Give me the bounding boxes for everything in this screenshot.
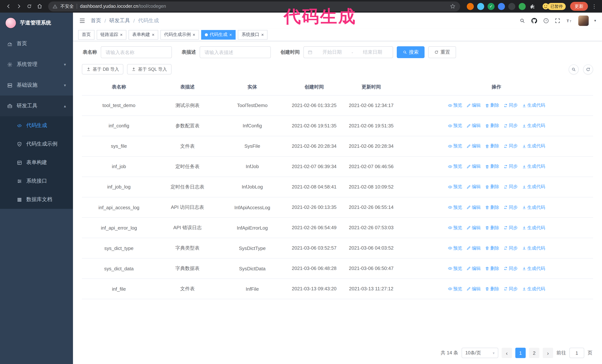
header-search-icon[interactable]: [519, 18, 525, 23]
sidebar-subitem-codegen-demo[interactable]: 代码生成示例: [0, 135, 73, 153]
date-range-picker[interactable]: 开始日期 - 结束日期: [303, 46, 393, 58]
page-size-select[interactable]: 10条/页 ▾: [462, 348, 498, 358]
close-icon[interactable]: ×: [261, 32, 264, 37]
browser-forward-button[interactable]: [14, 1, 24, 11]
action-delete[interactable]: 删除: [485, 266, 499, 272]
action-edit[interactable]: 编辑: [466, 143, 481, 149]
user-avatar[interactable]: [578, 15, 589, 26]
action-sync[interactable]: 同步: [503, 184, 518, 190]
extension-icon[interactable]: [467, 3, 474, 10]
sidebar-item-home[interactable]: 首页: [0, 33, 73, 54]
action-sync[interactable]: 同步: [503, 204, 518, 210]
action-edit[interactable]: 编辑: [466, 266, 481, 272]
browser-reload-button[interactable]: [24, 1, 34, 11]
browser-menu-icon[interactable]: ⋮: [590, 3, 598, 9]
breadcrumb-devtools[interactable]: 研发工具: [109, 17, 130, 24]
table-desc-input[interactable]: [200, 46, 271, 58]
tab-codegen-demo[interactable]: 代码生成示例×: [161, 30, 199, 40]
action-edit[interactable]: 编辑: [466, 286, 481, 292]
action-preview[interactable]: 预览: [448, 123, 462, 129]
font-size-icon[interactable]: TT: [566, 17, 573, 24]
extension-icon[interactable]: [498, 3, 505, 10]
github-icon[interactable]: [531, 17, 538, 24]
action-delete[interactable]: 删除: [485, 204, 499, 210]
next-page-button[interactable]: ›: [543, 348, 553, 358]
action-preview[interactable]: 预览: [448, 143, 462, 149]
action-preview[interactable]: 预览: [448, 245, 462, 251]
sidebar-subitem-form-builder[interactable]: 表单构建: [0, 153, 73, 172]
action-preview[interactable]: 预览: [448, 164, 462, 170]
action-sync[interactable]: 同步: [503, 123, 518, 129]
action-sync[interactable]: 同步: [503, 225, 518, 231]
reset-button[interactable]: 重置: [428, 46, 456, 58]
action-edit[interactable]: 编辑: [466, 164, 481, 170]
refresh-table-button[interactable]: [583, 64, 593, 74]
extension-icon[interactable]: [508, 3, 515, 10]
action-delete[interactable]: 删除: [485, 245, 499, 251]
search-button[interactable]: 搜索: [397, 46, 425, 58]
browser-back-button[interactable]: [4, 1, 13, 11]
toggle-search-button[interactable]: [569, 64, 579, 74]
import-db-button[interactable]: 基于 DB 导入: [82, 64, 124, 74]
browser-home-button[interactable]: [35, 1, 44, 11]
sidebar-item-devtools[interactable]: 研发工具▴: [0, 95, 73, 116]
sidebar-subitem-api[interactable]: 系统接口: [0, 172, 73, 190]
action-generate-code[interactable]: 生成代码: [522, 204, 545, 210]
action-preview[interactable]: 预览: [448, 102, 462, 108]
browser-profile[interactable]: 已暂停: [542, 3, 566, 10]
sidebar-subitem-codegen[interactable]: 代码生成: [0, 116, 73, 135]
action-generate-code[interactable]: 生成代码: [522, 266, 545, 272]
close-icon[interactable]: ×: [193, 32, 195, 37]
page-button-1[interactable]: 1: [515, 348, 526, 358]
action-generate-code[interactable]: 生成代码: [522, 225, 545, 231]
action-preview[interactable]: 预览: [448, 286, 462, 292]
action-preview[interactable]: 预览: [448, 204, 462, 210]
close-icon[interactable]: ×: [152, 32, 154, 37]
action-generate-code[interactable]: 生成代码: [522, 102, 545, 108]
action-sync[interactable]: 同步: [503, 143, 518, 149]
action-delete[interactable]: 删除: [485, 184, 499, 190]
menu-collapse-button[interactable]: [79, 17, 86, 24]
extensions-menu-icon[interactable]: [529, 3, 536, 10]
action-edit[interactable]: 编辑: [466, 102, 481, 108]
action-delete[interactable]: 删除: [485, 123, 499, 129]
user-caret-icon[interactable]: ▾: [594, 19, 596, 23]
extension-icon[interactable]: ✓: [487, 3, 494, 10]
action-generate-code[interactable]: 生成代码: [522, 184, 545, 190]
sidebar-item-system[interactable]: 系统管理▾: [0, 54, 73, 75]
action-sync[interactable]: 同步: [503, 164, 518, 170]
action-sync[interactable]: 同步: [503, 102, 518, 108]
sidebar-item-infra[interactable]: 基础设施▾: [0, 75, 73, 95]
sidebar-subitem-db-doc[interactable]: 数据库文档: [0, 190, 73, 209]
action-generate-code[interactable]: 生成代码: [522, 286, 545, 292]
bookmark-star-icon[interactable]: [450, 3, 456, 9]
action-generate-code[interactable]: 生成代码: [522, 143, 545, 149]
action-generate-code[interactable]: 生成代码: [522, 245, 545, 251]
tab-codegen[interactable]: 代码生成×: [201, 30, 236, 40]
table-name-input[interactable]: [101, 46, 172, 58]
action-sync[interactable]: 同步: [503, 286, 518, 292]
help-icon[interactable]: ?: [543, 18, 549, 23]
action-edit[interactable]: 编辑: [466, 204, 481, 210]
tab-api[interactable]: 系统接口×: [238, 30, 268, 40]
action-edit[interactable]: 编辑: [466, 245, 481, 251]
action-delete[interactable]: 删除: [485, 225, 499, 231]
action-delete[interactable]: 删除: [485, 102, 499, 108]
action-edit[interactable]: 编辑: [466, 184, 481, 190]
breadcrumb-home[interactable]: 首页: [91, 17, 101, 24]
import-sql-button[interactable]: 基于 SQL 导入: [127, 64, 171, 74]
goto-page-input[interactable]: [570, 348, 584, 358]
tab-form-builder[interactable]: 表单构建×: [129, 30, 158, 40]
fullscreen-icon[interactable]: [555, 18, 560, 23]
address-bar[interactable]: 不安全 dashboard.yudao.iocoder.cn/tool/code…: [48, 1, 460, 11]
tab-tracer[interactable]: 链路追踪×: [97, 30, 126, 40]
extension-icon[interactable]: [519, 3, 526, 10]
action-sync[interactable]: 同步: [503, 245, 518, 251]
chrome-update-button[interactable]: 更新: [570, 2, 588, 11]
close-icon[interactable]: ×: [120, 32, 123, 37]
action-edit[interactable]: 编辑: [466, 123, 481, 129]
action-preview[interactable]: 预览: [448, 225, 462, 231]
tab-home[interactable]: 首页: [78, 30, 95, 40]
prev-page-button[interactable]: ‹: [502, 348, 512, 358]
close-icon[interactable]: ×: [229, 32, 232, 37]
